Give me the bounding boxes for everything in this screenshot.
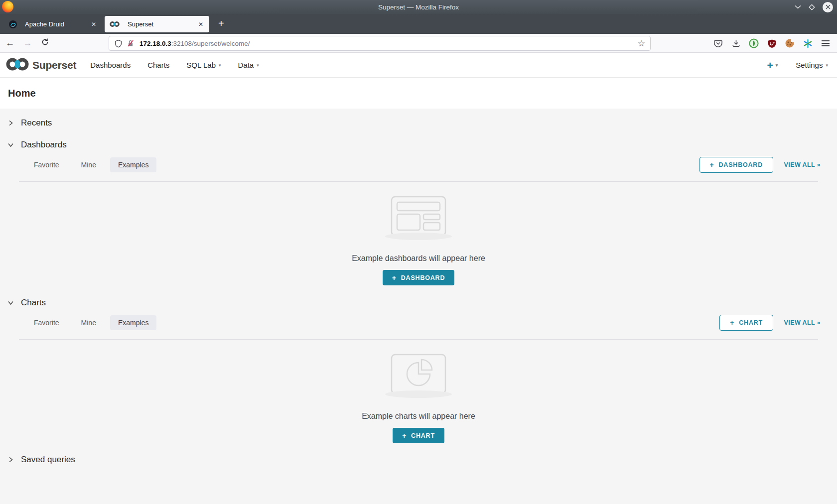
tab-close-icon[interactable]: ✕ — [195, 20, 206, 29]
settings-label: Settings — [796, 61, 823, 69]
page-title: Home — [8, 88, 36, 99]
brand-name: Superset — [32, 59, 76, 71]
tab-close-icon[interactable]: ✕ — [88, 20, 99, 29]
section-title: Saved queries — [21, 455, 75, 465]
new-chart-button[interactable]: + CHART — [719, 315, 773, 331]
tab-favorite[interactable]: Favorite — [26, 315, 67, 330]
tab-mine[interactable]: Mine — [73, 315, 104, 330]
shield-permissions-icon[interactable] — [114, 39, 123, 48]
chevron-down-icon[interactable] — [8, 141, 13, 148]
button-label: DASHBOARD — [719, 161, 763, 168]
plus-icon: + — [767, 59, 773, 71]
back-button[interactable]: ← — [2, 38, 17, 48]
reload-icon[interactable] — [37, 38, 52, 49]
window-controls — [795, 0, 833, 14]
section-charts[interactable]: Charts — [0, 293, 837, 312]
extension-green-icon[interactable] — [748, 38, 759, 48]
menu-item-sql-lab[interactable]: SQL Lab ▾ — [186, 61, 221, 69]
caret-down-icon: ▾ — [257, 63, 259, 68]
plus-icon: + — [730, 319, 734, 327]
minimize-icon[interactable] — [795, 5, 801, 9]
window-title: Superset — Mozilla Firefox — [378, 3, 459, 11]
charts-empty-state: Example charts will appear here + CHART — [0, 340, 837, 443]
menu-item-charts[interactable]: Charts — [147, 61, 169, 69]
settings-menu[interactable]: Settings ▾ — [796, 61, 828, 69]
charts-panel: Favorite Mine Examples + CHART VIEW ALL … — [0, 314, 837, 443]
tab-mine[interactable]: Mine — [73, 157, 104, 172]
placeholder-shadow — [385, 390, 452, 398]
browser-tab-apache-druid[interactable]: Apache Druid ✕ — [4, 16, 102, 32]
browser-tab-bar: Apache Druid ✕ Superset ✕ + — [0, 14, 837, 34]
download-icon[interactable] — [730, 39, 741, 48]
bookmark-star-icon[interactable]: ☆ — [638, 38, 645, 49]
close-window-icon[interactable] — [823, 2, 833, 12]
tab-examples[interactable]: Examples — [110, 157, 156, 172]
tab-favorite[interactable]: Favorite — [26, 157, 67, 172]
url-text[interactable]: 172.18.0.3:32108/superset/welcome/ — [140, 40, 250, 47]
view-all-dashboards-link[interactable]: VIEW ALL » — [784, 161, 821, 168]
section-saved-queries[interactable]: Saved queries — [0, 450, 837, 469]
view-all-charts-link[interactable]: VIEW ALL » — [784, 319, 821, 326]
new-item-plus-button[interactable]: + ▾ — [767, 59, 778, 71]
charts-tabs: Favorite Mine Examples — [26, 314, 837, 331]
druid-favicon-icon — [9, 20, 17, 28]
browser-toolbar: ← → 172.18.0.3:32108/superset/welc — [0, 34, 837, 53]
new-dashboard-button[interactable]: + DASHBOARD — [699, 157, 773, 173]
caret-down-icon: ▾ — [776, 63, 778, 68]
url-bar[interactable]: 172.18.0.3:32108/superset/welcome/ ☆ — [109, 36, 651, 51]
hamburger-menu-icon[interactable] — [820, 40, 831, 47]
tab-examples[interactable]: Examples — [110, 315, 156, 330]
create-chart-button[interactable]: + CHART — [393, 428, 444, 443]
placeholder-shadow — [385, 233, 452, 240]
home-content: Recents Dashboards Favorite Mine Example… — [0, 114, 837, 478]
section-recents[interactable]: Recents — [0, 114, 837, 132]
maximize-icon[interactable] — [809, 4, 815, 10]
app-menu: Dashboards Charts SQL Lab ▾ Data ▾ — [90, 61, 259, 69]
firefox-window: Superset — Mozilla Firefox Apache D — [0, 0, 837, 504]
pocket-icon[interactable] — [712, 39, 723, 48]
forward-button: → — [20, 38, 35, 48]
chevron-right-icon[interactable] — [8, 456, 13, 463]
toolbar-extension-icons — [712, 34, 831, 53]
section-dashboards[interactable]: Dashboards — [0, 135, 837, 154]
page-header: Home — [0, 78, 837, 109]
asterisk-extension-icon[interactable] — [802, 39, 813, 48]
navbar-right: + ▾ Settings ▾ — [767, 59, 828, 71]
caret-down-icon: ▾ — [219, 63, 221, 68]
window-titlebar: Superset — Mozilla Firefox — [0, 0, 837, 14]
menu-label: SQL Lab — [186, 61, 216, 69]
menu-label: Data — [238, 61, 254, 69]
browser-tab-superset[interactable]: Superset ✕ — [105, 16, 209, 32]
cookie-extension-icon[interactable] — [784, 38, 795, 48]
empty-state-text: Example charts will appear here — [362, 412, 475, 421]
button-label: CHART — [411, 432, 435, 439]
menu-label: Dashboards — [90, 61, 131, 69]
empty-state-text: Example dashboards will appear here — [352, 254, 485, 263]
plus-icon: + — [392, 274, 397, 282]
button-label: CHART — [739, 319, 763, 326]
firefox-logo-icon — [2, 1, 13, 12]
chevron-right-icon[interactable] — [8, 120, 13, 126]
dashboards-empty-state: Example dashboards will appear here + DA… — [0, 182, 837, 285]
caret-down-icon: ▾ — [826, 63, 828, 68]
dashboards-panel: Favorite Mine Examples + DASHBOARD VIEW … — [0, 156, 837, 285]
insecure-lock-icon[interactable] — [127, 39, 135, 47]
superset-favicon-icon — [110, 21, 120, 27]
menu-label: Charts — [147, 61, 169, 69]
menu-item-dashboards[interactable]: Dashboards — [90, 61, 131, 69]
plus-icon: + — [402, 432, 407, 440]
section-title: Recents — [21, 118, 52, 128]
new-tab-button[interactable]: + — [215, 18, 227, 29]
superset-navbar: Superset Dashboards Charts SQL Lab ▾ Dat… — [0, 53, 837, 78]
create-dashboard-button[interactable]: + DASHBOARD — [383, 270, 454, 285]
superset-logo-icon — [6, 57, 29, 73]
superset-brand[interactable]: Superset — [6, 57, 76, 73]
tab-title: Apache Druid — [25, 20, 88, 28]
section-title: Dashboards — [21, 140, 67, 150]
chevron-down-icon[interactable] — [8, 299, 13, 306]
ublock-origin-icon[interactable] — [766, 39, 777, 48]
menu-item-data[interactable]: Data ▾ — [238, 61, 259, 69]
section-title: Charts — [21, 298, 46, 308]
url-path: :32108/superset/welcome/ — [171, 40, 250, 47]
button-label: DASHBOARD — [401, 274, 445, 281]
